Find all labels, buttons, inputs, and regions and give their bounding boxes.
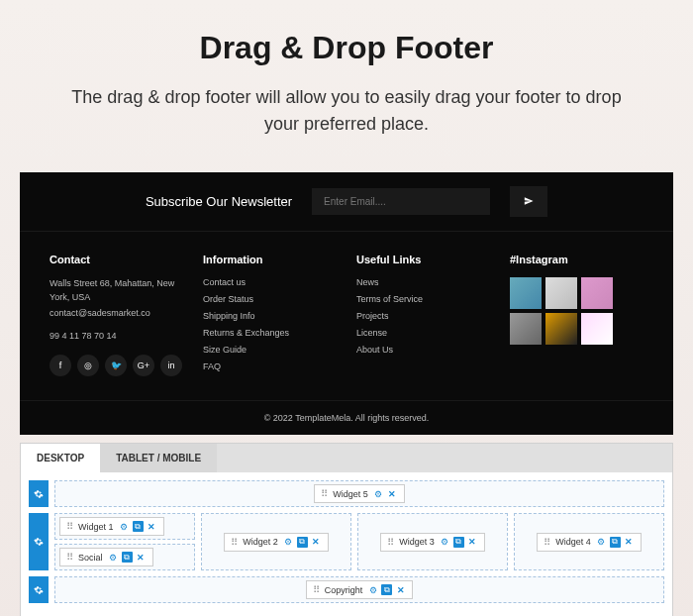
- row-settings-handle[interactable]: [29, 576, 49, 603]
- footer-preview: Subscribe Our Newsletter Contact Walls S…: [20, 172, 673, 435]
- info-link[interactable]: Shipping Info: [203, 311, 337, 321]
- drop-zone[interactable]: ⠿ Copyright ⚙ ⧉ ✕: [54, 576, 664, 603]
- duplicate-icon[interactable]: ⧉: [453, 537, 464, 548]
- contact-address: Walls Street 68, Mahattan, New York, USA: [50, 277, 183, 304]
- drop-zone[interactable]: ⠿ Widget 2 ⚙ ⧉ ✕: [201, 513, 351, 570]
- contact-title: Contact: [50, 254, 183, 265]
- widget-label: Widget 3: [399, 537, 435, 547]
- page-title: Drag & Drop Footer: [20, 30, 673, 66]
- useful-link[interactable]: News: [356, 277, 490, 287]
- drop-area: ⠿ Widget 5 ⚙ ✕ ⠿: [21, 472, 672, 616]
- linkedin-icon[interactable]: in: [160, 355, 182, 376]
- drop-zone[interactable]: ⠿ Social ⚙ ⧉ ✕: [54, 544, 195, 570]
- duplicate-icon[interactable]: ⧉: [133, 521, 144, 532]
- widget-chip[interactable]: ⠿ Widget 3 ⚙ ⧉ ✕: [380, 533, 485, 552]
- instagram-title: #Instagram: [510, 254, 644, 265]
- close-icon[interactable]: ✕: [136, 552, 147, 563]
- instagram-grid: [510, 277, 644, 345]
- facebook-icon[interactable]: f: [50, 355, 71, 376]
- send-icon: [524, 196, 534, 206]
- useful-title: Useful Links: [356, 254, 490, 265]
- info-link[interactable]: Size Guide: [203, 345, 337, 355]
- information-title: Information: [203, 254, 337, 265]
- drag-handle-icon[interactable]: ⠿: [231, 537, 238, 548]
- tab-tablet-mobile[interactable]: TABLET / MOBILE: [100, 444, 217, 472]
- useful-link[interactable]: About Us: [356, 345, 490, 355]
- drop-zone[interactable]: ⠿ Widget 3 ⚙ ⧉ ✕: [357, 513, 508, 570]
- drag-handle-icon[interactable]: ⠿: [66, 552, 73, 563]
- instagram-thumb[interactable]: [581, 313, 613, 345]
- drag-handle-icon[interactable]: ⠿: [544, 537, 550, 548]
- copyright-text: © 2022 TemplateMela. All rights reserved…: [20, 400, 673, 435]
- instagram-thumb[interactable]: [510, 313, 542, 345]
- instagram-icon[interactable]: ◎: [77, 355, 99, 376]
- info-link[interactable]: Order Status: [203, 294, 337, 304]
- info-link[interactable]: Returns & Exchanges: [203, 328, 337, 338]
- drop-zone[interactable]: ⠿ Widget 5 ⚙ ✕: [54, 480, 664, 507]
- close-icon[interactable]: ✕: [311, 537, 322, 548]
- widget-label: Widget 4: [555, 537, 591, 547]
- footer-builder: DESKTOP TABLET / MOBILE ⠿ Widget 5 ⚙ ✕: [20, 443, 673, 616]
- newsletter-email-input[interactable]: [312, 188, 490, 215]
- builder-tabs: DESKTOP TABLET / MOBILE: [21, 444, 672, 472]
- googleplus-icon[interactable]: G+: [133, 355, 154, 376]
- tab-desktop[interactable]: DESKTOP: [21, 444, 100, 472]
- widget-label: Widget 2: [243, 537, 278, 547]
- useful-link[interactable]: Terms of Service: [356, 294, 490, 304]
- useful-link[interactable]: Projects: [356, 311, 490, 321]
- drop-zone[interactable]: ⠿ Widget 4 ⚙ ⧉ ✕: [514, 513, 664, 570]
- close-icon[interactable]: ✕: [467, 537, 478, 548]
- gear-icon[interactable]: ⚙: [440, 537, 450, 548]
- drag-handle-icon[interactable]: ⠿: [66, 521, 73, 532]
- newsletter-label: Subscribe Our Newsletter: [146, 194, 292, 209]
- gear-icon[interactable]: ⚙: [373, 488, 384, 499]
- duplicate-icon[interactable]: ⧉: [297, 537, 308, 548]
- twitter-icon[interactable]: 🐦: [105, 355, 127, 376]
- instagram-thumb[interactable]: [545, 277, 577, 309]
- close-icon[interactable]: ✕: [147, 521, 157, 532]
- widget-chip[interactable]: ⠿ Widget 4 ⚙ ⧉ ✕: [537, 533, 642, 552]
- gear-icon[interactable]: ⚙: [596, 537, 607, 548]
- instagram-thumb[interactable]: [510, 277, 542, 309]
- useful-link[interactable]: License: [356, 328, 490, 338]
- drop-zone[interactable]: ⠿ Widget 1 ⚙ ⧉ ✕: [54, 513, 195, 540]
- widget-chip[interactable]: ⠿ Widget 2 ⚙ ⧉ ✕: [224, 533, 329, 552]
- footer-col-contact: Contact Walls Street 68, Mahattan, New Y…: [50, 254, 183, 378]
- footer-col-useful: Useful Links News Terms of Service Proje…: [356, 254, 490, 378]
- duplicate-icon[interactable]: ⧉: [122, 552, 133, 563]
- drag-handle-icon[interactable]: ⠿: [387, 537, 394, 548]
- footer-col-instagram: #Instagram: [510, 254, 644, 378]
- contact-phone: 99 4 11 78 70 14: [50, 331, 183, 341]
- gear-icon[interactable]: ⚙: [283, 537, 294, 548]
- newsletter-submit-button[interactable]: [510, 186, 547, 217]
- drag-handle-icon[interactable]: ⠿: [321, 488, 328, 499]
- widget-chip[interactable]: ⠿ Social ⚙ ⧉ ✕: [59, 548, 153, 566]
- row-settings-handle[interactable]: [29, 513, 49, 570]
- page-subtitle: The drag & drop footer will allow you to…: [69, 84, 624, 138]
- social-icons: f ◎ 🐦 G+ in: [50, 355, 183, 376]
- instagram-thumb[interactable]: [545, 313, 577, 345]
- info-link[interactable]: Contact us: [203, 277, 337, 287]
- row-settings-handle[interactable]: [29, 480, 49, 507]
- instagram-thumb[interactable]: [581, 277, 613, 309]
- newsletter-bar: Subscribe Our Newsletter: [20, 172, 673, 232]
- close-icon[interactable]: ✕: [387, 488, 398, 499]
- close-icon[interactable]: ✕: [624, 537, 635, 548]
- close-icon[interactable]: ✕: [395, 584, 406, 595]
- footer-col-information: Information Contact us Order Status Ship…: [203, 254, 337, 378]
- widget-label: Copyright: [325, 585, 363, 595]
- widget-label: Widget 5: [333, 489, 368, 499]
- duplicate-icon[interactable]: ⧉: [610, 537, 621, 548]
- info-link[interactable]: FAQ: [203, 361, 337, 371]
- widget-label: Social: [78, 553, 103, 563]
- widget-chip[interactable]: ⠿ Copyright ⚙ ⧉ ✕: [306, 580, 414, 599]
- widget-label: Widget 1: [78, 522, 114, 532]
- gear-icon[interactable]: ⚙: [367, 584, 378, 595]
- widget-chip[interactable]: ⠿ Widget 5 ⚙ ✕: [314, 484, 405, 503]
- contact-email: contact@sadesmarket.co: [50, 307, 183, 321]
- gear-icon[interactable]: ⚙: [119, 521, 130, 532]
- drag-handle-icon[interactable]: ⠿: [313, 584, 320, 595]
- gear-icon[interactable]: ⚙: [108, 552, 119, 563]
- duplicate-icon[interactable]: ⧉: [381, 584, 392, 595]
- widget-chip[interactable]: ⠿ Widget 1 ⚙ ⧉ ✕: [59, 517, 164, 536]
